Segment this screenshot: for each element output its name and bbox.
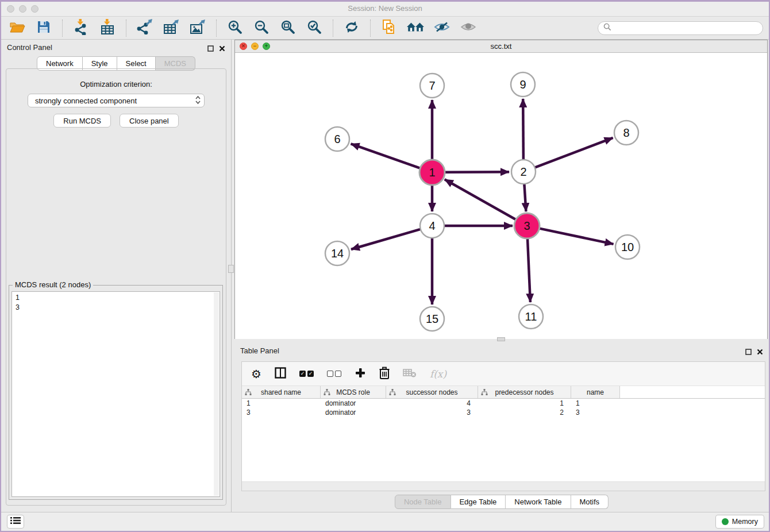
search-field[interactable] (598, 21, 763, 35)
table-toolbar: ⚙ ✓✓ f(x) (242, 362, 765, 386)
memory-button[interactable]: Memory (715, 515, 764, 529)
graph-node-label-14: 14 (331, 247, 344, 260)
graph-edge-2-3[interactable] (524, 184, 526, 211)
graph-edge-3-11[interactable] (528, 238, 530, 302)
canvas-splitter-handle[interactable] (497, 337, 505, 341)
close-panel-icon[interactable] (219, 44, 225, 54)
close-table-panel-icon[interactable] (757, 347, 763, 357)
network-canvas[interactable]: 7968124314101511 (235, 53, 767, 339)
show-all-columns-button[interactable]: ✓✓ (299, 371, 314, 377)
tree-hierarchy-icon (481, 389, 488, 395)
open-folder-icon (9, 20, 25, 36)
gear-icon: ⚙ (251, 368, 261, 380)
table-row[interactable]: 3dominator323 (242, 408, 765, 417)
network-window-titlebar[interactable]: ✕ − + scc.txt (235, 40, 767, 53)
column-header-mcds-role[interactable]: MCDS role (321, 386, 386, 398)
graph-edge-2-9[interactable] (523, 99, 523, 160)
graph-node-label-4: 4 (429, 219, 435, 232)
column-header-name[interactable]: name (571, 386, 620, 398)
clone-network-button[interactable] (379, 18, 399, 38)
zoom-out-button[interactable] (251, 18, 272, 38)
function-builder-button[interactable]: f(x) (430, 368, 446, 380)
export-image-icon (190, 20, 206, 37)
run-mcds-button[interactable]: Run MCDS (53, 114, 111, 128)
tree-hierarchy-icon (324, 389, 330, 395)
mcds-result-title: MCDS result (2 nodes) (13, 280, 93, 289)
import-network-button[interactable] (71, 18, 91, 38)
panel-splitter-handle[interactable] (228, 265, 234, 273)
hide-selected-button[interactable] (432, 18, 452, 38)
save-session-button[interactable] (33, 18, 54, 38)
tab-motifs[interactable]: Motifs (571, 495, 609, 509)
control-panel-title: Control Panel (7, 43, 52, 52)
window-titlebar: Session: New Session (1, 2, 769, 17)
tab-node-table[interactable]: Node Table (395, 495, 451, 509)
result-scrollbar[interactable] (214, 292, 219, 496)
zoom-out-icon (254, 20, 269, 37)
search-input[interactable] (614, 23, 757, 33)
column-header-predecessor-nodes[interactable]: predecessor nodes (478, 386, 571, 398)
export-network-button[interactable] (134, 18, 155, 38)
export-table-button[interactable] (161, 18, 182, 38)
delete-table-icon (403, 368, 417, 380)
zoom-selected-button[interactable] (304, 18, 325, 38)
float-panel-icon[interactable] (207, 44, 214, 54)
eye-icon (460, 21, 476, 35)
window-title: Session: New Session (1, 4, 769, 13)
toolbar-separator (216, 20, 217, 37)
network-graph: 7968124314101511 (235, 53, 767, 339)
zoom-fit-button[interactable] (278, 18, 298, 38)
zoom-selected-icon (307, 20, 322, 37)
table-body: 1dominator4113dominator323 (242, 399, 765, 417)
table-settings-button[interactable]: ⚙ (251, 368, 261, 380)
table-row[interactable]: 1dominator411 (242, 399, 765, 408)
graph-node-label-6: 6 (334, 133, 340, 145)
add-column-button[interactable] (355, 367, 366, 381)
import-table-icon (100, 19, 115, 37)
open-session-button[interactable] (7, 18, 28, 38)
graph-edge-3-1[interactable] (445, 179, 517, 219)
graph-node-label-11: 11 (525, 310, 537, 323)
toolbar-separator (126, 20, 126, 37)
task-history-button[interactable] (7, 515, 24, 529)
toolbar-separator (370, 20, 371, 37)
hide-all-columns-button[interactable] (327, 371, 341, 377)
graph-node-label-1: 1 (429, 166, 435, 179)
graph-edge-1-2[interactable] (444, 172, 509, 172)
show-all-button[interactable] (458, 18, 479, 38)
optimization-criterion-label: Optimization criterion: (6, 80, 226, 88)
graph-edge-3-10[interactable] (539, 228, 614, 244)
zoom-in-icon (228, 20, 242, 37)
graph-edge-2-8[interactable] (535, 138, 613, 168)
optimization-criterion-select[interactable]: strongly connected component (28, 94, 205, 107)
mcds-result-textarea[interactable]: 1 3 (11, 291, 220, 497)
application-window: Session: New Session (0, 0, 770, 532)
delete-column-button[interactable] (379, 367, 390, 381)
split-panel-button[interactable] (275, 367, 286, 381)
graph-node-label-2: 2 (520, 165, 526, 178)
graph-node-label-8: 8 (623, 126, 629, 139)
search-icon (603, 23, 611, 33)
tree-hierarchy-icon (389, 389, 396, 395)
table-horizontal-scrollbar[interactable] (242, 481, 765, 491)
zoom-in-button[interactable] (225, 18, 245, 38)
first-neighbors-button[interactable] (405, 18, 426, 38)
graph-edge-1-6[interactable] (351, 144, 421, 168)
column-header-shared-name[interactable]: shared name (242, 386, 321, 398)
import-table-button[interactable] (97, 18, 118, 38)
graph-node-label-9: 9 (519, 78, 526, 91)
tab-network-table[interactable]: Network Table (506, 495, 571, 509)
split-panel-icon (275, 367, 286, 381)
export-image-button[interactable] (187, 18, 208, 38)
float-table-panel-icon[interactable] (745, 347, 752, 357)
apply-layout-button[interactable] (341, 18, 362, 38)
close-panel-button[interactable]: Close panel (120, 114, 179, 128)
unchecked-box-icon (327, 371, 333, 377)
save-floppy-icon (37, 20, 51, 36)
tab-edge-table[interactable]: Edge Table (451, 495, 506, 509)
network-window-title: scc.txt (235, 42, 767, 51)
delete-table-button[interactable] (403, 368, 417, 380)
graph-edge-4-14[interactable] (351, 229, 421, 249)
column-header-successor-nodes[interactable]: successor nodes (386, 386, 478, 398)
export-network-icon (137, 19, 153, 37)
